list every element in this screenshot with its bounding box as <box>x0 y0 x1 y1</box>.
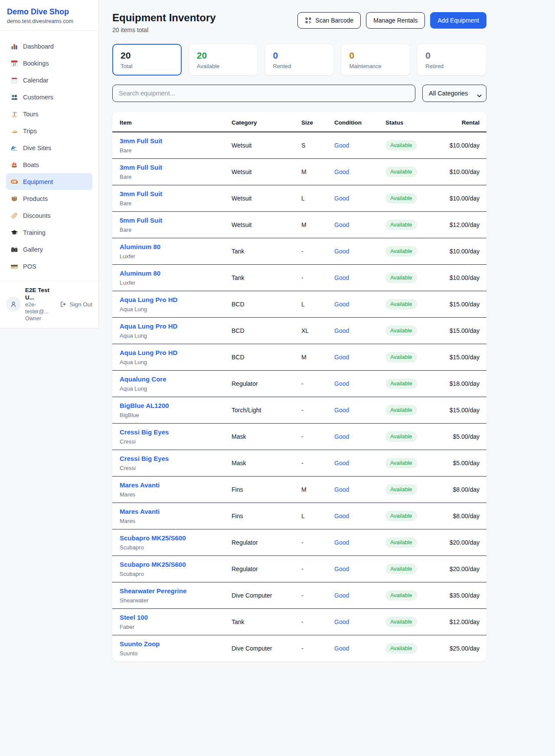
item-condition-link[interactable]: Good <box>334 618 349 625</box>
item-condition-link[interactable]: Good <box>334 327 349 334</box>
item-name-link[interactable]: Aluminum 80 <box>120 243 160 251</box>
table-row: Aqua Lung Pro HD Aqua Lung BCD L Good Av… <box>112 291 486 318</box>
item-name-link[interactable]: Steel 100 <box>120 613 148 622</box>
item-brand: Suunto <box>120 650 225 657</box>
item-name-link[interactable]: Aqua Lung Pro HD <box>120 348 177 357</box>
item-rental: $12.00/day <box>430 212 486 238</box>
item-condition-link[interactable]: Good <box>334 142 349 149</box>
sidebar-item-trips[interactable]: Trips <box>6 122 92 139</box>
sidebar-item-calendar[interactable]: Calendar <box>6 72 92 89</box>
item-rental: $15.00/day <box>430 344 486 371</box>
item-name-link[interactable]: 3mm Full Suit <box>120 163 162 172</box>
item-brand: Luxfer <box>120 253 225 260</box>
item-category: Wetsuit <box>228 212 298 238</box>
user-role: Owner <box>25 315 56 322</box>
sidebar-item-gallery[interactable]: Gallery <box>6 241 92 258</box>
item-category: Tank <box>228 609 298 635</box>
search-input[interactable] <box>112 85 415 102</box>
status-badge: Available <box>385 167 417 177</box>
item-condition-link[interactable]: Good <box>334 486 349 493</box>
item-name-link[interactable]: 5mm Full Suit <box>120 216 162 225</box>
category-select[interactable]: All Categories <box>422 85 486 102</box>
sailboat-icon <box>10 161 18 169</box>
item-condition-link[interactable]: Good <box>334 513 349 519</box>
sidebar-item-equipment[interactable]: Equipment <box>6 173 92 190</box>
sidebar-item-bookings[interactable]: 17 Bookings <box>6 55 92 72</box>
sidebar-item-boats[interactable]: Boats <box>6 156 92 173</box>
sidebar-item-tours[interactable]: Tours <box>6 105 92 122</box>
sidebar-item-label: Tours <box>23 111 38 118</box>
item-category: Regulator <box>228 556 298 582</box>
item-name-link[interactable]: Suunto Zoop <box>120 640 160 648</box>
sidebar-item-dashboard[interactable]: Dashboard <box>6 38 92 55</box>
sidebar-item-dive-sites[interactable]: Dive Sites <box>6 139 92 156</box>
stat-card-retired[interactable]: 0 Retired <box>417 44 486 76</box>
tag-icon <box>10 212 18 220</box>
sidebar-item-label: Bookings <box>23 60 49 67</box>
item-condition-link[interactable]: Good <box>334 301 349 308</box>
item-name-link[interactable]: Mares Avanti <box>120 507 160 516</box>
item-rental: $10.00/day <box>430 265 486 291</box>
item-name-link[interactable]: Cressi Big Eyes <box>120 428 169 437</box>
item-condition-link[interactable]: Good <box>334 592 349 599</box>
item-condition-link[interactable]: Good <box>334 195 349 202</box>
item-condition-link[interactable]: Good <box>334 565 349 572</box>
item-condition-link[interactable]: Good <box>334 645 349 652</box>
table-row: 5mm Full Suit Bare Wetsuit M Good Availa… <box>112 212 486 238</box>
item-rental: $10.00/day <box>430 132 486 159</box>
sidebar-item-customers[interactable]: Customers <box>6 89 92 105</box>
people-icon <box>10 93 18 101</box>
item-name-link[interactable]: Scubapro MK25/S600 <box>120 534 186 542</box>
manage-rentals-button[interactable]: Manage Rentals <box>366 12 425 29</box>
col-condition: Condition <box>331 112 382 132</box>
col-category: Category <box>228 112 298 132</box>
stat-card-total[interactable]: 20 Total <box>112 44 182 76</box>
item-condition-link[interactable]: Good <box>334 354 349 361</box>
sidebar-item-products[interactable]: Products <box>6 190 92 207</box>
item-name-link[interactable]: Aluminum 80 <box>120 269 160 278</box>
stat-card-rented[interactable]: 0 Rented <box>265 44 334 76</box>
item-condition-link[interactable]: Good <box>334 168 349 175</box>
stat-card-maintenance[interactable]: 0 Maintenance <box>341 44 410 76</box>
item-condition-link[interactable]: Good <box>334 221 349 228</box>
sidebar-item-discounts[interactable]: Discounts <box>6 207 92 224</box>
item-name-link[interactable]: BigBlue AL1200 <box>120 401 169 410</box>
item-condition-link[interactable]: Good <box>334 539 349 546</box>
status-badge: Available <box>385 511 417 521</box>
user-name: E2E Test U... <box>25 286 56 301</box>
item-name-link[interactable]: 3mm Full Suit <box>120 190 162 198</box>
sidebar-item-label: Dive Sites <box>23 145 51 151</box>
item-name-link[interactable]: 3mm Full Suit <box>120 137 162 145</box>
item-condition-link[interactable]: Good <box>334 460 349 467</box>
status-badge: Available <box>385 564 417 574</box>
item-rental: $15.00/day <box>430 318 486 344</box>
scan-barcode-button[interactable]: Scan Barcode <box>297 12 361 29</box>
col-rental: Rental <box>430 112 486 132</box>
qr-scan-icon <box>305 17 312 24</box>
stat-card-available[interactable]: 20 Available <box>189 44 258 76</box>
item-condition-link[interactable]: Good <box>334 407 349 414</box>
stat-value: 20 <box>121 50 173 61</box>
item-name-link[interactable]: Aqua Lung Pro HD <box>120 296 177 304</box>
item-name-link[interactable]: Aqua Lung Pro HD <box>120 322 177 331</box>
sidebar-item-label: Calendar <box>23 77 49 84</box>
item-condition-link[interactable]: Good <box>334 433 349 440</box>
item-brand: Bare <box>120 173 225 181</box>
item-condition-link[interactable]: Good <box>334 380 349 387</box>
table-row: 3mm Full Suit Bare Wetsuit L Good Availa… <box>112 185 486 212</box>
item-name-link[interactable]: Aqualung Core <box>120 375 166 384</box>
item-condition-link[interactable]: Good <box>334 274 349 281</box>
main-content: Equipment Inventory 20 items total Scan … <box>99 0 555 679</box>
sidebar-item-training[interactable]: Training <box>6 224 92 241</box>
item-condition-link[interactable]: Good <box>334 248 349 255</box>
user-email: e2e-tester@... <box>25 301 56 315</box>
sidebar-item-pos[interactable]: POS <box>6 258 92 275</box>
item-name-link[interactable]: Scubapro MK25/S600 <box>120 560 186 569</box>
item-name-link[interactable]: Mares Avanti <box>120 481 160 490</box>
item-category: Wetsuit <box>228 159 298 185</box>
item-category: Fins <box>228 477 298 503</box>
add-equipment-button[interactable]: Add Equipment <box>430 12 486 29</box>
item-name-link[interactable]: Shearwater Peregrine <box>120 587 186 595</box>
item-name-link[interactable]: Cressi Big Eyes <box>120 454 169 463</box>
sign-out-button[interactable]: Sign Out <box>60 301 92 308</box>
